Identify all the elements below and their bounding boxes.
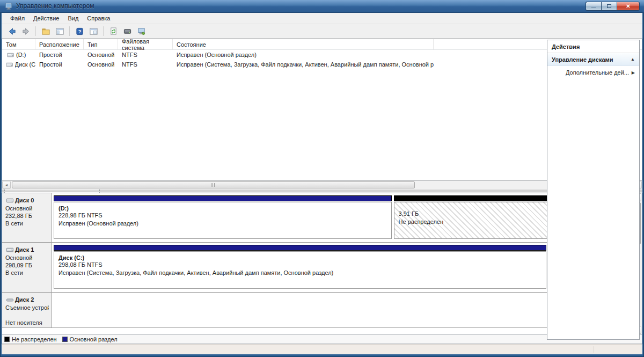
app-icon — [4, 2, 13, 10]
close-button[interactable] — [617, 2, 640, 11]
column-header-5[interactable]: Состояние — [173, 39, 434, 49]
menu-файл[interactable]: Файл — [6, 13, 29, 23]
volume-list: ТомРасположениеТипФайловая системаСостоя… — [2, 39, 642, 180]
partition-detail: 298,08 ГБ NTFS — [58, 261, 541, 269]
disk-info-cell[interactable]: Диск 1Основной298,09 ГБВ сети — [2, 243, 52, 292]
menu-действие[interactable]: Действие — [29, 13, 63, 23]
removable-disk-icon — [5, 295, 14, 304]
disk-info-cell[interactable]: Диск 2Съемное устройство Нет носителя — [2, 293, 52, 327]
console-tree-icon — [55, 27, 64, 35]
legend-label: Не распределен — [12, 336, 57, 343]
title-bar[interactable]: Управление компьютером — [0, 0, 644, 13]
disk-info-line: Основной — [5, 254, 49, 261]
app-body: ФайлДействиеВидСправка ? ◢Управление ком… — [2, 13, 642, 354]
volume-icon — [6, 50, 14, 59]
disk-info-line: В сети — [5, 269, 49, 276]
disk-graphical-view: Диск 0Основной232,88 ГБВ сети(D:)228,98 … — [2, 193, 642, 334]
partition-color-bar — [54, 195, 392, 201]
toolbar-forward-button[interactable] — [20, 25, 32, 37]
hard-disk-icon — [5, 196, 14, 205]
legend-swatch-icon — [62, 337, 68, 342]
volume-row[interactable]: Диск (C:)ПростойОсновнойNTFSИсправен (Си… — [2, 60, 642, 69]
partition-label: Диск (C:) — [58, 254, 541, 261]
menu-вид[interactable]: Вид — [63, 13, 83, 23]
toolbar-separator — [35, 26, 36, 36]
console-window-icon — [89, 27, 98, 35]
partition-detail: 228,98 ГБ NTFS — [58, 212, 387, 220]
disk-partitions — [52, 293, 633, 327]
disk-info-line: 298,09 ГБ — [5, 261, 49, 269]
actions-panel-title: Действия — [547, 40, 639, 53]
legend-label: Основной раздел — [70, 336, 118, 343]
partition[interactable]: (D:)228,98 ГБ NTFSИсправен (Основной раз… — [54, 195, 392, 239]
partition-color-bar — [54, 245, 546, 251]
cell-volume: Диск (C:) — [2, 60, 35, 69]
toolbar-help-button[interactable]: ? — [74, 25, 85, 37]
disk-partitions: (D:)228,98 ГБ NTFSИсправен (Основной раз… — [52, 193, 633, 242]
actions-group-disk-management[interactable]: Управление дисками ▲ — [547, 53, 639, 66]
partition-label: (D:) — [58, 205, 387, 212]
cell-layout: Простой — [35, 52, 84, 58]
partition[interactable]: Диск (C:)298,08 ГБ NTFSИсправен (Система… — [54, 245, 546, 289]
scrollbar-thumb[interactable] — [12, 181, 415, 188]
minimize-button[interactable] — [586, 2, 601, 11]
disk-info-line: Основной — [5, 205, 49, 212]
actions-group-label: Управление дисками — [552, 56, 631, 63]
column-header-3[interactable]: Тип — [84, 39, 118, 49]
refresh-icon — [109, 27, 118, 35]
partition-legend: Не распределенОсновной раздел — [2, 334, 642, 344]
partition-box: Диск (C:)298,08 ГБ NTFSИсправен (Система… — [54, 251, 546, 289]
actions-panel: Действия Управление дисками ▲ Дополнител… — [547, 40, 640, 340]
folder-up-icon — [41, 27, 50, 35]
column-header-4[interactable]: Файловая система — [118, 39, 173, 49]
toolbar-refresh-button[interactable] — [107, 25, 119, 37]
svg-text:?: ? — [78, 28, 81, 34]
toolbar-rescan-disks-button[interactable] — [121, 25, 133, 37]
legend-item: Основной раздел — [62, 336, 118, 343]
forward-icon — [21, 27, 30, 35]
toolbar-folder-up-button[interactable] — [40, 25, 52, 37]
toolbar-back-button[interactable] — [6, 25, 18, 37]
column-header-2[interactable]: Расположение — [35, 39, 84, 49]
volume-list-header: ТомРасположениеТипФайловая системаСостоя… — [2, 39, 642, 50]
computer-properties-icon — [137, 27, 145, 35]
disk-info-cell[interactable]: Диск 0Основной232,88 ГБВ сети — [2, 193, 52, 242]
status-bar — [2, 344, 642, 354]
legend-swatch-icon — [4, 337, 10, 342]
cell-type: Основной — [84, 61, 118, 68]
computer-management-window: Управление компьютером ФайлДействиеВидСп… — [0, 0, 644, 357]
collapse-arrow-icon[interactable]: ▲ — [631, 57, 635, 62]
toolbar-console-window-button[interactable] — [87, 25, 99, 37]
disk-info-line: 232,88 ГБ — [5, 212, 49, 220]
toolbar-computer-properties-button[interactable] — [135, 25, 147, 37]
hard-disk-icon — [5, 245, 14, 254]
toolbar: ? — [2, 24, 642, 39]
cell-type: Основной — [84, 52, 118, 58]
volume-icon — [6, 60, 13, 69]
disk-row: Диск 2Съемное устройство Нет носителя — [2, 293, 633, 328]
volume-list-horizontal-scrollbar[interactable]: ◂ ▸ — [2, 180, 642, 190]
partition-detail: Исправен (Система, Загрузка, Файл подкач… — [58, 269, 541, 277]
toolbar-separator — [69, 26, 70, 36]
maximize-button[interactable] — [601, 2, 617, 11]
disk-name: Диск 2 — [5, 295, 49, 304]
cell-layout: Простой — [35, 61, 84, 68]
disk-name: Диск 1 — [5, 245, 49, 254]
disk-info-line: В сети — [5, 220, 49, 227]
disk-row: Диск 0Основной232,88 ГБВ сети(D:)228,98 … — [2, 193, 633, 243]
pane-splitter[interactable] — [2, 191, 642, 192]
volume-row[interactable]: (D:)ПростойОсновнойNTFSИсправен (Основно… — [2, 50, 642, 60]
toolbar-console-tree-button[interactable] — [54, 25, 65, 37]
cell-volume: (D:) — [2, 50, 35, 59]
cell-status: Исправен (Основной раздел) — [173, 52, 434, 58]
cell-fs: NTFS — [118, 52, 173, 58]
scroll-left-icon[interactable]: ◂ — [2, 181, 11, 189]
disk-row: Диск 1Основной298,09 ГБВ сетиДиск (C:)29… — [2, 243, 633, 293]
rescan-disks-icon — [123, 27, 131, 35]
more-actions-item[interactable]: Дополнительные дей... ▶ — [547, 66, 639, 79]
column-header-1[interactable]: Том — [2, 39, 35, 49]
back-icon — [8, 27, 16, 35]
window-title: Управление компьютером — [16, 2, 94, 10]
menu-справка[interactable]: Справка — [83, 13, 114, 23]
disk-partitions: Диск (C:)298,08 ГБ NTFSИсправен (Система… — [52, 243, 633, 292]
